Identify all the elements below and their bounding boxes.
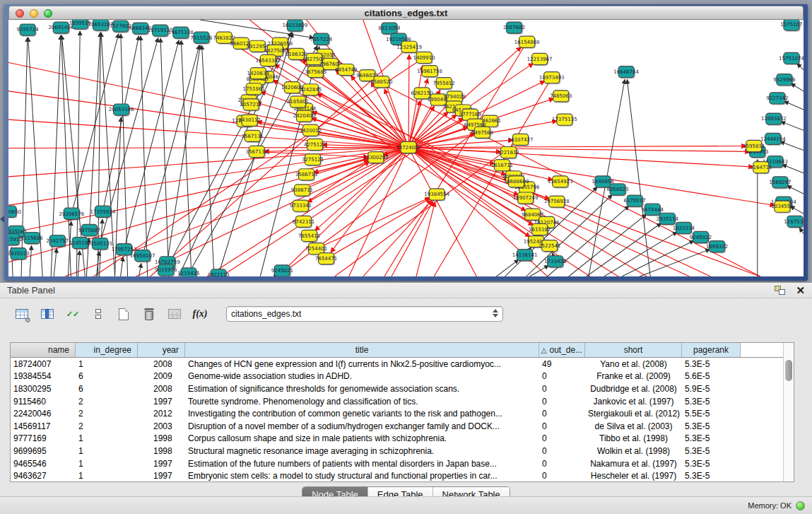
table-cell[interactable]: 2: [76, 421, 138, 431]
table-cell[interactable]: 9463627: [11, 471, 76, 481]
table-cell[interactable]: 19384554: [11, 371, 76, 381]
table-settings-button[interactable]: ⚙: [13, 305, 31, 322]
table-cell[interactable]: 9465546: [11, 459, 76, 469]
table-cell[interactable]: Investigating the contribution of common…: [185, 409, 539, 419]
table-cell[interactable]: 14569117: [11, 421, 76, 431]
table-cell[interactable]: 0: [539, 446, 585, 456]
table-cell[interactable]: Tibbo et al. (1998): [585, 433, 682, 443]
table-cell[interactable]: 5.3E-5: [682, 359, 741, 369]
table-cell[interactable]: 6: [76, 384, 138, 394]
table-cell[interactable]: Corpus callosum shape and size in male p…: [185, 433, 539, 443]
table-row[interactable]: 1872400712008Changes of HCN gene express…: [11, 358, 783, 370]
table-cell[interactable]: Embryonic stem cells: a model to study s…: [185, 471, 539, 481]
new-table-button[interactable]: [114, 305, 133, 322]
table-cell[interactable]: 1: [76, 471, 138, 481]
table-cell[interactable]: Estimation of the future numbers of pati…: [185, 459, 539, 469]
table-cell[interactable]: 0: [539, 459, 585, 469]
table-cell[interactable]: 0: [539, 421, 585, 431]
table-row[interactable]: 946362711997Embryonic stem cells: a mode…: [11, 469, 783, 481]
table-selector-dropdown[interactable]: citations_edges.txt: [226, 306, 503, 322]
table-cell[interactable]: 0: [539, 471, 585, 481]
table-cell[interactable]: Genome-wide association studies in ADHD.: [185, 371, 539, 381]
table-row[interactable]: 969969511998Structural magnetic resonanc…: [11, 445, 783, 457]
table-cell[interactable]: 5.3E-5: [682, 397, 741, 407]
table-cell[interactable]: 2: [76, 409, 138, 419]
table-cell[interactable]: 1: [76, 359, 138, 369]
table-cell[interactable]: 0: [539, 397, 585, 407]
table-cell[interactable]: Wolkin et al. (1998): [585, 446, 682, 456]
float-panel-icon[interactable]: [775, 286, 786, 296]
table-cell[interactable]: Changes of HCN gene expression and I(f) …: [185, 359, 539, 369]
table-cell[interactable]: 0: [539, 433, 585, 443]
close-window-button[interactable]: [16, 9, 24, 18]
table-row[interactable]: 946554611997Estimation of the future num…: [11, 457, 783, 470]
table-cell[interactable]: 2008: [138, 359, 185, 369]
table-cell[interactable]: 9115460: [11, 397, 76, 407]
table-cell[interactable]: 0: [539, 384, 585, 394]
table-cell[interactable]: 0: [539, 409, 585, 419]
table-row[interactable]: 911546021997Tourette syndrome. Phenomeno…: [11, 395, 783, 408]
table-row[interactable]: 1830029562008Estimation of significance …: [11, 382, 783, 395]
column-header-out_de[interactable]: △out_de...: [539, 343, 585, 357]
table-cell[interactable]: 1: [76, 433, 138, 443]
table-cell[interactable]: Estimation of significance thresholds fo…: [185, 384, 539, 394]
table-cell[interactable]: 5.9E-5: [682, 384, 741, 394]
table-cell[interactable]: 9777169: [11, 433, 76, 443]
table-cell[interactable]: Disruption of a novel member of a sodium…: [185, 421, 539, 431]
table-cell[interactable]: Nakamura et al. (1997): [585, 459, 682, 469]
table-cell[interactable]: 5.3E-5: [682, 433, 741, 443]
collapse-panel-arrow-icon[interactable]: [0, 216, 4, 223]
table-cell[interactable]: 5.3E-5: [682, 471, 741, 481]
table-cell[interactable]: 5.6E-5: [682, 371, 741, 381]
table-cell[interactable]: Hescheler et al. (1997): [585, 471, 682, 481]
column-header-in_degree[interactable]: in_degree: [76, 343, 138, 357]
window-titlebar[interactable]: citations_edges.txt: [8, 6, 804, 20]
column-header-name[interactable]: name: [11, 343, 76, 357]
table-cell[interactable]: Stergiakouli et al. (2012): [585, 409, 682, 419]
column-header-year[interactable]: year: [138, 343, 185, 357]
network-canvas[interactable]: 9355724206914061859519106532871527602646…: [8, 20, 804, 276]
table-cell[interactable]: Structural magnetic resonance image aver…: [185, 446, 539, 456]
table-cell[interactable]: 1: [76, 459, 138, 469]
zoom-window-button[interactable]: [44, 9, 52, 18]
column-header-pagerank[interactable]: pagerank: [682, 343, 741, 357]
row-height-button[interactable]: [89, 305, 107, 322]
table-row[interactable]: 977716911998Corpus callosum shape and si…: [11, 433, 783, 445]
table-cell[interactable]: 22420046: [11, 409, 76, 419]
table-cell[interactable]: 1998: [138, 433, 185, 443]
select-rows-button[interactable]: ✓✓: [64, 305, 82, 322]
table-row[interactable]: 2242004622012Investigating the contribut…: [11, 407, 783, 420]
table-cell[interactable]: Dudbridge et al. (2008): [585, 384, 682, 394]
table-cell[interactable]: 0: [539, 371, 585, 381]
delete-table-button[interactable]: [140, 305, 158, 322]
table-cell[interactable]: 5.3E-5: [682, 459, 741, 469]
table-cell[interactable]: 1997: [138, 471, 185, 481]
scrollbar-thumb[interactable]: [785, 360, 792, 381]
table-row[interactable]: 1456911722003Disruption of a novel membe…: [11, 420, 783, 433]
table-scrollbar[interactable]: [783, 343, 794, 481]
column-header-title[interactable]: title: [185, 343, 539, 357]
table-cell[interactable]: 2009: [138, 371, 185, 381]
table-cell[interactable]: 5.5E-5: [682, 409, 741, 419]
table-cell[interactable]: 1: [76, 446, 138, 456]
close-panel-icon[interactable]: ✕: [796, 286, 805, 296]
table-cell[interactable]: 2008: [138, 384, 185, 394]
table-cell[interactable]: 2003: [138, 421, 185, 431]
table-cell[interactable]: 1997: [138, 459, 185, 469]
table-cell[interactable]: 49: [539, 359, 585, 369]
table-cell[interactable]: 18724007: [11, 359, 76, 369]
table-cell[interactable]: 18300295: [11, 384, 76, 394]
function-builder-button[interactable]: f(x): [191, 305, 209, 322]
table-cell[interactable]: Franke et al. (2009): [585, 371, 682, 381]
table-cell[interactable]: Yano et al. (2008): [585, 359, 682, 369]
table-cell[interactable]: 2012: [138, 409, 185, 419]
minimize-window-button[interactable]: [30, 9, 38, 18]
column-header-short[interactable]: short: [585, 343, 682, 357]
table-cell[interactable]: Jankovic et al. (1997): [585, 397, 682, 407]
table-cell[interactable]: 5.3E-5: [682, 421, 741, 431]
table-cell[interactable]: de Silva et al. (2003): [585, 421, 682, 431]
table-row[interactable]: 1938455462009Genome-wide association stu…: [11, 370, 783, 383]
table-cell[interactable]: 1997: [138, 397, 185, 407]
network-svg[interactable]: 9355724206914061859519106532871527602646…: [8, 20, 804, 276]
table-cell[interactable]: 6: [76, 371, 138, 381]
